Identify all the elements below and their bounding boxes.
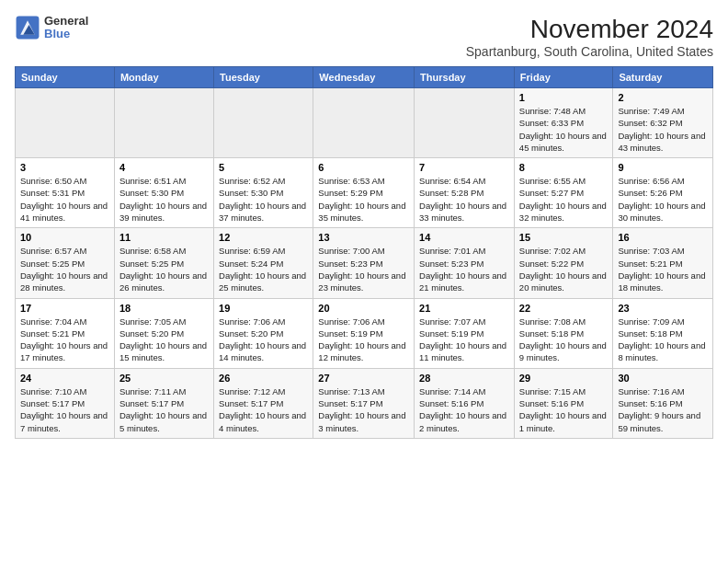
- cell-info: Sunrise: 6:56 AM Sunset: 5:26 PM Dayligh…: [618, 175, 708, 224]
- cell-day-number: 22: [519, 303, 609, 314]
- calendar-table: SundayMondayTuesdayWednesdayThursdayFrid…: [15, 66, 713, 439]
- calendar-cell: 18Sunrise: 7:05 AM Sunset: 5:20 PM Dayli…: [114, 298, 213, 368]
- cell-day-number: 14: [419, 232, 509, 243]
- cell-info: Sunrise: 7:13 AM Sunset: 5:17 PM Dayligh…: [318, 385, 409, 434]
- calendar-cell: 26Sunrise: 7:12 AM Sunset: 5:17 PM Dayli…: [214, 368, 313, 438]
- calendar-week-row: 3Sunrise: 6:50 AM Sunset: 5:31 PM Daylig…: [16, 158, 713, 228]
- calendar-cell: 10Sunrise: 6:57 AM Sunset: 5:25 PM Dayli…: [16, 228, 115, 298]
- cell-day-number: 7: [419, 162, 509, 173]
- title-area: November 2024 Spartanburg, South Carolin…: [466, 15, 713, 59]
- weekday-header: Wednesday: [313, 67, 415, 88]
- calendar-week-row: 17Sunrise: 7:04 AM Sunset: 5:21 PM Dayli…: [16, 298, 713, 368]
- cell-day-number: 3: [20, 162, 109, 173]
- cell-info: Sunrise: 6:59 AM Sunset: 5:24 PM Dayligh…: [219, 245, 308, 293]
- cell-info: Sunrise: 6:57 AM Sunset: 5:25 PM Dayligh…: [20, 245, 109, 293]
- calendar-cell: 3Sunrise: 6:50 AM Sunset: 5:31 PM Daylig…: [16, 158, 115, 228]
- calendar-cell: 7Sunrise: 6:54 AM Sunset: 5:28 PM Daylig…: [415, 158, 515, 228]
- cell-day-number: 29: [519, 373, 609, 384]
- calendar-week-row: 24Sunrise: 7:10 AM Sunset: 5:17 PM Dayli…: [16, 368, 713, 438]
- calendar-cell: 21Sunrise: 7:07 AM Sunset: 5:19 PM Dayli…: [415, 298, 515, 368]
- calendar-cell: 4Sunrise: 6:51 AM Sunset: 5:30 PM Daylig…: [114, 158, 213, 228]
- calendar-cell: 27Sunrise: 7:13 AM Sunset: 5:17 PM Dayli…: [313, 368, 415, 438]
- cell-info: Sunrise: 7:06 AM Sunset: 5:19 PM Dayligh…: [318, 316, 409, 364]
- logo-icon: [15, 15, 40, 40]
- calendar-cell: [415, 88, 515, 158]
- logo-line1: General: [44, 15, 88, 28]
- cell-day-number: 18: [119, 303, 209, 314]
- cell-info: Sunrise: 6:51 AM Sunset: 5:30 PM Dayligh…: [119, 175, 209, 224]
- calendar-cell: 13Sunrise: 7:00 AM Sunset: 5:23 PM Dayli…: [313, 228, 415, 298]
- cell-day-number: 8: [519, 162, 609, 173]
- calendar-week-row: 1Sunrise: 7:48 AM Sunset: 6:33 PM Daylig…: [16, 88, 713, 158]
- cell-info: Sunrise: 7:16 AM Sunset: 5:16 PM Dayligh…: [618, 385, 708, 434]
- cell-day-number: 16: [618, 232, 708, 243]
- cell-info: Sunrise: 7:04 AM Sunset: 5:21 PM Dayligh…: [20, 316, 109, 364]
- calendar-cell: 20Sunrise: 7:06 AM Sunset: 5:19 PM Dayli…: [313, 298, 415, 368]
- calendar-cell: 29Sunrise: 7:15 AM Sunset: 5:16 PM Dayli…: [514, 368, 613, 438]
- calendar-cell: 16Sunrise: 7:03 AM Sunset: 5:21 PM Dayli…: [613, 228, 713, 298]
- calendar-cell: 14Sunrise: 7:01 AM Sunset: 5:23 PM Dayli…: [415, 228, 515, 298]
- cell-info: Sunrise: 6:53 AM Sunset: 5:29 PM Dayligh…: [318, 175, 409, 224]
- page-header: General Blue November 2024 Spartanburg, …: [15, 15, 713, 59]
- cell-day-number: 10: [20, 232, 109, 243]
- calendar-cell: [214, 88, 313, 158]
- logo: General Blue: [15, 15, 88, 41]
- cell-info: Sunrise: 7:49 AM Sunset: 6:32 PM Dayligh…: [618, 105, 708, 154]
- cell-day-number: 6: [318, 162, 409, 173]
- cell-day-number: 17: [20, 303, 109, 314]
- cell-day-number: 24: [20, 373, 109, 384]
- calendar-cell: 11Sunrise: 6:58 AM Sunset: 5:25 PM Dayli…: [114, 228, 213, 298]
- weekday-header: Thursday: [415, 67, 515, 88]
- calendar-cell: 1Sunrise: 7:48 AM Sunset: 6:33 PM Daylig…: [514, 88, 613, 158]
- cell-info: Sunrise: 7:03 AM Sunset: 5:21 PM Dayligh…: [618, 245, 708, 293]
- cell-info: Sunrise: 7:15 AM Sunset: 5:16 PM Dayligh…: [519, 385, 609, 434]
- cell-info: Sunrise: 7:48 AM Sunset: 6:33 PM Dayligh…: [519, 105, 609, 154]
- weekday-header: Tuesday: [214, 67, 313, 88]
- cell-info: Sunrise: 7:09 AM Sunset: 5:18 PM Dayligh…: [618, 316, 708, 364]
- weekday-header: Saturday: [613, 67, 713, 88]
- cell-day-number: 5: [219, 162, 308, 173]
- calendar-cell: 22Sunrise: 7:08 AM Sunset: 5:18 PM Dayli…: [514, 298, 613, 368]
- weekday-header: Friday: [514, 67, 613, 88]
- cell-info: Sunrise: 7:14 AM Sunset: 5:16 PM Dayligh…: [419, 385, 509, 434]
- cell-day-number: 23: [618, 303, 708, 314]
- cell-info: Sunrise: 7:10 AM Sunset: 5:17 PM Dayligh…: [20, 385, 109, 434]
- cell-info: Sunrise: 7:12 AM Sunset: 5:17 PM Dayligh…: [219, 385, 308, 434]
- cell-info: Sunrise: 7:00 AM Sunset: 5:23 PM Dayligh…: [318, 245, 409, 293]
- cell-info: Sunrise: 6:58 AM Sunset: 5:25 PM Dayligh…: [119, 245, 209, 293]
- cell-info: Sunrise: 7:01 AM Sunset: 5:23 PM Dayligh…: [419, 245, 509, 293]
- cell-info: Sunrise: 7:08 AM Sunset: 5:18 PM Dayligh…: [519, 316, 609, 364]
- cell-day-number: 30: [618, 373, 708, 384]
- cell-day-number: 28: [419, 373, 509, 384]
- calendar-cell: 8Sunrise: 6:55 AM Sunset: 5:27 PM Daylig…: [514, 158, 613, 228]
- month-title: November 2024: [466, 15, 713, 44]
- cell-info: Sunrise: 7:02 AM Sunset: 5:22 PM Dayligh…: [519, 245, 609, 293]
- calendar-cell: 28Sunrise: 7:14 AM Sunset: 5:16 PM Dayli…: [415, 368, 515, 438]
- weekday-header: Sunday: [16, 67, 115, 88]
- calendar-cell: 23Sunrise: 7:09 AM Sunset: 5:18 PM Dayli…: [613, 298, 713, 368]
- location-title: Spartanburg, South Carolina, United Stat…: [466, 44, 713, 59]
- calendar-cell: 6Sunrise: 6:53 AM Sunset: 5:29 PM Daylig…: [313, 158, 415, 228]
- cell-info: Sunrise: 7:11 AM Sunset: 5:17 PM Dayligh…: [119, 385, 209, 434]
- calendar-cell: 30Sunrise: 7:16 AM Sunset: 5:16 PM Dayli…: [613, 368, 713, 438]
- cell-info: Sunrise: 7:05 AM Sunset: 5:20 PM Dayligh…: [119, 316, 209, 364]
- cell-day-number: 20: [318, 303, 409, 314]
- cell-day-number: 27: [318, 373, 409, 384]
- cell-day-number: 2: [618, 92, 708, 103]
- cell-day-number: 25: [119, 373, 209, 384]
- calendar-cell: [16, 88, 115, 158]
- cell-day-number: 4: [119, 162, 209, 173]
- cell-info: Sunrise: 6:52 AM Sunset: 5:30 PM Dayligh…: [219, 175, 308, 224]
- cell-day-number: 13: [318, 232, 409, 243]
- calendar-cell: 9Sunrise: 6:56 AM Sunset: 5:26 PM Daylig…: [613, 158, 713, 228]
- logo-text: General Blue: [44, 15, 88, 41]
- calendar-cell: 25Sunrise: 7:11 AM Sunset: 5:17 PM Dayli…: [114, 368, 213, 438]
- cell-day-number: 11: [119, 232, 209, 243]
- cell-day-number: 9: [618, 162, 708, 173]
- calendar-cell: 15Sunrise: 7:02 AM Sunset: 5:22 PM Dayli…: [514, 228, 613, 298]
- calendar-cell: 19Sunrise: 7:06 AM Sunset: 5:20 PM Dayli…: [214, 298, 313, 368]
- cell-info: Sunrise: 6:55 AM Sunset: 5:27 PM Dayligh…: [519, 175, 609, 224]
- calendar-cell: 5Sunrise: 6:52 AM Sunset: 5:30 PM Daylig…: [214, 158, 313, 228]
- calendar-cell: [114, 88, 213, 158]
- calendar-cell: 24Sunrise: 7:10 AM Sunset: 5:17 PM Dayli…: [16, 368, 115, 438]
